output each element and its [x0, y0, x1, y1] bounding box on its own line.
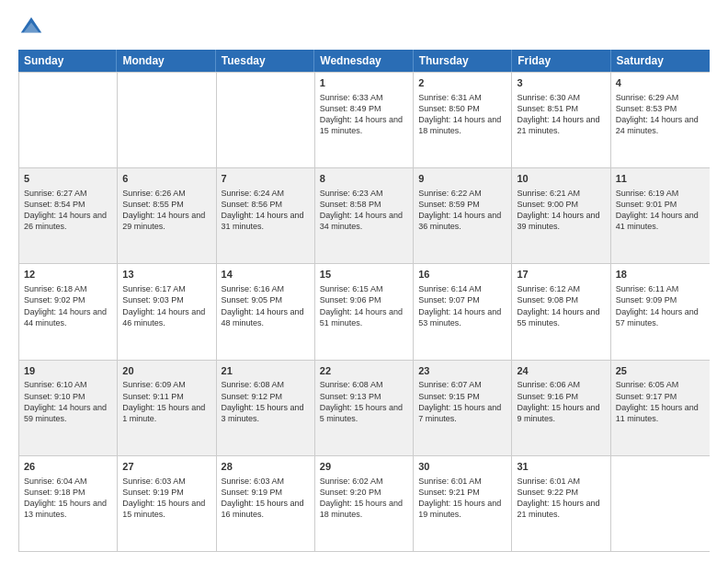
header: [18, 15, 710, 40]
day-number: 3: [517, 76, 605, 90]
cell-info: Sunrise: 6:05 AMSunset: 9:17 PMDaylight:…: [616, 379, 705, 424]
cell-info: Sunrise: 6:02 AMSunset: 9:20 PMDaylight:…: [320, 476, 408, 521]
logo: [18, 15, 48, 40]
cell-info: Sunrise: 6:07 AMSunset: 9:15 PMDaylight:…: [418, 379, 506, 424]
day-number: 4: [616, 76, 705, 90]
calendar-cell: 23Sunrise: 6:07 AMSunset: 9:15 PMDayligh…: [414, 361, 512, 455]
calendar-cell: [611, 456, 710, 551]
day-number: 22: [320, 364, 408, 378]
cell-info: Sunrise: 6:30 AMSunset: 8:51 PMDaylight:…: [517, 92, 605, 137]
calendar-cell: 21Sunrise: 6:08 AMSunset: 9:12 PMDayligh…: [217, 361, 315, 455]
day-number: 19: [24, 364, 112, 378]
cell-info: Sunrise: 6:12 AMSunset: 9:08 PMDaylight:…: [517, 283, 605, 328]
weekday-header: Wednesday: [314, 50, 413, 72]
calendar-cell: 29Sunrise: 6:02 AMSunset: 9:20 PMDayligh…: [315, 456, 414, 551]
cell-info: Sunrise: 6:15 AMSunset: 9:06 PMDaylight:…: [320, 283, 408, 328]
weekday-header: Thursday: [414, 50, 512, 72]
calendar-row: 1Sunrise: 6:33 AMSunset: 8:49 PMDaylight…: [19, 72, 710, 167]
cell-info: Sunrise: 6:01 AMSunset: 9:22 PMDaylight:…: [517, 476, 605, 521]
calendar-cell: 5Sunrise: 6:27 AMSunset: 8:54 PMDaylight…: [19, 168, 118, 263]
page: SundayMondayTuesdayWednesdayThursdayFrid…: [0, 0, 728, 563]
calendar-cell: 24Sunrise: 6:06 AMSunset: 9:16 PMDayligh…: [512, 361, 610, 455]
calendar-cell: 18Sunrise: 6:11 AMSunset: 9:09 PMDayligh…: [611, 264, 710, 359]
calendar-cell: 12Sunrise: 6:18 AMSunset: 9:02 PMDayligh…: [19, 264, 118, 359]
calendar-cell: 11Sunrise: 6:19 AMSunset: 9:01 PMDayligh…: [611, 168, 710, 263]
day-number: 29: [320, 460, 408, 474]
calendar-cell: 16Sunrise: 6:14 AMSunset: 9:07 PMDayligh…: [414, 264, 512, 359]
cell-info: Sunrise: 6:29 AMSunset: 8:53 PMDaylight:…: [616, 92, 705, 137]
weekday-header: Friday: [512, 50, 610, 72]
calendar-header: SundayMondayTuesdayWednesdayThursdayFrid…: [18, 50, 710, 72]
day-number: 12: [24, 268, 112, 282]
calendar-cell: 7Sunrise: 6:24 AMSunset: 8:56 PMDaylight…: [217, 168, 315, 263]
calendar-cell: 25Sunrise: 6:05 AMSunset: 9:17 PMDayligh…: [611, 361, 710, 455]
calendar-cell: 14Sunrise: 6:16 AMSunset: 9:05 PMDayligh…: [217, 264, 315, 359]
cell-info: Sunrise: 6:03 AMSunset: 9:19 PMDaylight:…: [222, 476, 310, 521]
calendar-cell: [118, 73, 216, 167]
weekday-header: Tuesday: [216, 50, 314, 72]
day-number: 16: [418, 268, 506, 282]
calendar-row: 26Sunrise: 6:04 AMSunset: 9:18 PMDayligh…: [19, 455, 710, 551]
logo-icon: [18, 15, 44, 40]
day-number: 26: [24, 460, 112, 474]
calendar-cell: 28Sunrise: 6:03 AMSunset: 9:19 PMDayligh…: [217, 456, 315, 551]
day-number: 17: [517, 268, 605, 282]
calendar-row: 5Sunrise: 6:27 AMSunset: 8:54 PMDaylight…: [19, 167, 710, 263]
calendar: SundayMondayTuesdayWednesdayThursdayFrid…: [18, 50, 710, 552]
day-number: 13: [122, 268, 210, 282]
day-number: 6: [122, 172, 210, 186]
calendar-cell: 20Sunrise: 6:09 AMSunset: 9:11 PMDayligh…: [118, 361, 216, 455]
calendar-cell: [19, 73, 118, 167]
calendar-cell: 17Sunrise: 6:12 AMSunset: 9:08 PMDayligh…: [512, 264, 610, 359]
day-number: 21: [222, 364, 310, 378]
cell-info: Sunrise: 6:22 AMSunset: 8:59 PMDaylight:…: [418, 188, 506, 233]
day-number: 2: [418, 76, 506, 90]
calendar-cell: 19Sunrise: 6:10 AMSunset: 9:10 PMDayligh…: [19, 361, 118, 455]
cell-info: Sunrise: 6:01 AMSunset: 9:21 PMDaylight:…: [418, 476, 506, 521]
calendar-cell: 27Sunrise: 6:03 AMSunset: 9:19 PMDayligh…: [118, 456, 216, 551]
day-number: 10: [517, 172, 605, 186]
calendar-cell: 15Sunrise: 6:15 AMSunset: 9:06 PMDayligh…: [315, 264, 414, 359]
calendar-cell: 31Sunrise: 6:01 AMSunset: 9:22 PMDayligh…: [512, 456, 610, 551]
cell-info: Sunrise: 6:31 AMSunset: 8:50 PMDaylight:…: [418, 92, 506, 137]
cell-info: Sunrise: 6:23 AMSunset: 8:58 PMDaylight:…: [320, 188, 408, 233]
day-number: 8: [320, 172, 408, 186]
cell-info: Sunrise: 6:21 AMSunset: 9:00 PMDaylight:…: [517, 188, 605, 233]
calendar-cell: 1Sunrise: 6:33 AMSunset: 8:49 PMDaylight…: [315, 73, 414, 167]
day-number: 25: [616, 364, 705, 378]
cell-info: Sunrise: 6:24 AMSunset: 8:56 PMDaylight:…: [222, 188, 310, 233]
calendar-cell: 3Sunrise: 6:30 AMSunset: 8:51 PMDaylight…: [512, 73, 610, 167]
day-number: 5: [24, 172, 112, 186]
day-number: 30: [418, 460, 506, 474]
day-number: 28: [222, 460, 310, 474]
calendar-cell: 4Sunrise: 6:29 AMSunset: 8:53 PMDaylight…: [611, 73, 710, 167]
cell-info: Sunrise: 6:19 AMSunset: 9:01 PMDaylight:…: [616, 188, 705, 233]
day-number: 31: [517, 460, 605, 474]
calendar-cell: 9Sunrise: 6:22 AMSunset: 8:59 PMDaylight…: [414, 168, 512, 263]
calendar-cell: 2Sunrise: 6:31 AMSunset: 8:50 PMDaylight…: [414, 73, 512, 167]
calendar-cell: 6Sunrise: 6:26 AMSunset: 8:55 PMDaylight…: [118, 168, 216, 263]
cell-info: Sunrise: 6:27 AMSunset: 8:54 PMDaylight:…: [24, 188, 112, 233]
cell-info: Sunrise: 6:06 AMSunset: 9:16 PMDaylight:…: [517, 379, 605, 424]
day-number: 11: [616, 172, 705, 186]
cell-info: Sunrise: 6:33 AMSunset: 8:49 PMDaylight:…: [320, 92, 408, 137]
day-number: 18: [616, 268, 705, 282]
calendar-cell: 8Sunrise: 6:23 AMSunset: 8:58 PMDaylight…: [315, 168, 414, 263]
cell-info: Sunrise: 6:16 AMSunset: 9:05 PMDaylight:…: [222, 283, 310, 328]
day-number: 9: [418, 172, 506, 186]
cell-info: Sunrise: 6:10 AMSunset: 9:10 PMDaylight:…: [24, 379, 112, 424]
day-number: 27: [122, 460, 210, 474]
cell-info: Sunrise: 6:26 AMSunset: 8:55 PMDaylight:…: [122, 188, 210, 233]
cell-info: Sunrise: 6:11 AMSunset: 9:09 PMDaylight:…: [616, 283, 705, 328]
cell-info: Sunrise: 6:03 AMSunset: 9:19 PMDaylight:…: [122, 476, 210, 521]
weekday-header: Saturday: [611, 50, 710, 72]
calendar-cell: 10Sunrise: 6:21 AMSunset: 9:00 PMDayligh…: [512, 168, 610, 263]
calendar-row: 12Sunrise: 6:18 AMSunset: 9:02 PMDayligh…: [19, 263, 710, 359]
calendar-cell: 30Sunrise: 6:01 AMSunset: 9:21 PMDayligh…: [414, 456, 512, 551]
cell-info: Sunrise: 6:17 AMSunset: 9:03 PMDaylight:…: [122, 283, 210, 328]
cell-info: Sunrise: 6:14 AMSunset: 9:07 PMDaylight:…: [418, 283, 506, 328]
day-number: 7: [222, 172, 310, 186]
calendar-body: 1Sunrise: 6:33 AMSunset: 8:49 PMDaylight…: [18, 72, 710, 552]
day-number: 24: [517, 364, 605, 378]
day-number: 14: [222, 268, 310, 282]
